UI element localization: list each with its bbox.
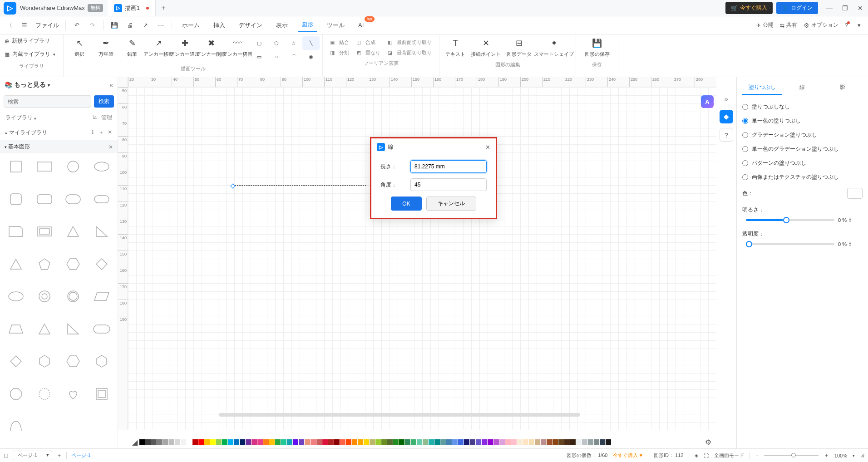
color-swatch[interactable] [558,439,564,445]
shape-hexagon[interactable] [60,255,87,274]
shape-bevel[interactable] [88,384,115,403]
color-swatch[interactable] [311,439,316,445]
fill-solid-gradient-radio[interactable]: 単一色のグラデーション塗りつぶし [742,142,863,156]
fill-image-radio[interactable]: 画像またはテクスチャの塗りつぶし [742,170,863,184]
color-swatch[interactable] [405,439,410,445]
color-swatch[interactable] [169,439,174,445]
color-swatch[interactable] [588,439,593,445]
fountain-pen-tool[interactable]: ✒万年筆 [93,36,119,64]
basic-shapes-header[interactable]: ▾ 基本図形 ✕ [0,140,118,153]
fill-gradient-radio[interactable]: グラデーション塗りつぶし [742,128,863,142]
shape-hex3[interactable] [60,352,87,371]
fill-picker-icon[interactable]: ◢ [131,438,139,446]
shape-roundsq[interactable] [3,190,30,209]
shape-hex2[interactable] [31,352,58,371]
anchor-switch-tool[interactable]: 〰アンカー切替 [224,36,251,64]
color-swatch[interactable] [275,439,281,445]
connect-point-tool[interactable]: ✕接続ポイント [469,36,503,59]
shape-arc2[interactable] [3,417,30,436]
color-swatch[interactable] [175,439,180,445]
chevron-down-icon[interactable]: ▾ [853,453,855,458]
color-swatch[interactable] [464,439,469,445]
color-swatch[interactable] [493,439,499,445]
my-library-item[interactable]: ▸ マイライブラリ ↧＋✕ [0,125,118,140]
shape-diamond2[interactable] [3,352,30,371]
color-swatch[interactable] [145,439,151,445]
chevron-down-icon[interactable]: ▾ [854,22,863,29]
color-swatch[interactable] [370,439,375,445]
close-icon[interactable]: ✕ [108,144,113,150]
shape-rect[interactable] [31,157,58,176]
color-swatch[interactable] [541,439,546,445]
horizontal-scrollbar[interactable] [219,413,580,417]
palette-settings-button[interactable]: ⚙ [703,438,714,447]
color-swatch[interactable] [252,439,257,445]
close-icon[interactable]: ✕ [108,129,112,137]
color-swatch[interactable] [234,439,239,445]
color-swatch[interactable] [411,439,416,445]
color-swatch[interactable] [257,439,263,445]
login-button[interactable]: 👤ログイン [776,2,818,14]
ok-button[interactable]: OK [391,197,421,211]
color-swatch[interactable] [452,439,458,445]
color-swatch[interactable] [446,439,452,445]
shape-triangle[interactable] [60,222,87,241]
color-swatch[interactable] [157,439,163,445]
shape-tri3[interactable] [31,319,58,339]
color-swatch[interactable] [364,439,369,445]
ai-assistant-badge[interactable]: A [701,95,714,108]
shape-data-tool[interactable]: ⊟図形データ [503,36,535,59]
color-swatch[interactable] [570,439,576,445]
undo-button[interactable]: ↶ [72,22,81,29]
help-tool-button[interactable]: ? [720,128,733,142]
shape-donut[interactable] [31,287,58,306]
zoom-in-button[interactable]: ＋ [824,452,829,459]
color-swatch[interactable] [216,439,222,445]
shape-line[interactable]: ╲ [302,36,320,50]
menu-ai[interactable]: AIhot [355,20,367,30]
print-button[interactable]: 🖨 [125,22,134,29]
menu-insert[interactable]: 挿入 [210,20,229,31]
window-close-button[interactable]: ✕ [853,5,868,12]
redo-button[interactable]: ↷ [88,22,97,29]
fill-none-radio[interactable]: 塗りつぶしなし [742,100,863,114]
color-swatch[interactable] [204,439,210,445]
front-cut-button[interactable]: ◧最前面切り取り [384,37,435,48]
color-swatch[interactable] [228,439,233,445]
window-maximize-button[interactable]: ❐ [837,5,853,12]
fit-page-button[interactable]: ⊡ [860,452,864,458]
color-swatch[interactable] [387,439,393,445]
combine-button[interactable]: ▣結合 [326,37,353,48]
anchor-delete-tool[interactable]: ✖アンカー削除 [198,36,224,64]
buy-link[interactable]: 今すぐ購入 ♥ [613,452,642,459]
tab-fill[interactable]: 塗りつぶし [742,81,782,95]
tab-shadow[interactable]: 影 [823,81,863,95]
shape-circle[interactable] [60,157,87,176]
color-swatch[interactable] [334,439,340,445]
color-swatch[interactable] [564,439,570,445]
color-swatch[interactable] [246,439,251,445]
dialog-close-button[interactable]: ✕ [485,144,490,151]
color-swatch[interactable] [470,439,475,445]
add-page-button[interactable]: ＋ [57,452,62,459]
color-swatch[interactable] [287,439,292,445]
publish-button[interactable]: ✈公開 [756,21,774,29]
document-tab[interactable]: ▷ 描画1 [108,0,156,16]
color-swatch[interactable] [582,439,587,445]
new-tab-button[interactable]: ＋ [156,0,171,16]
help-button[interactable]: ? [845,22,848,29]
shape-frame[interactable] [31,222,58,241]
color-swatch[interactable] [151,439,157,445]
color-swatch[interactable] [482,439,487,445]
expand-panel-button[interactable]: » [720,92,733,105]
buy-now-button[interactable]: 🛒今すぐ購入 [725,2,773,14]
color-swatch[interactable] [187,439,192,445]
color-swatch[interactable] [358,439,363,445]
opacity-stepper[interactable]: ▲▼ [848,241,852,247]
cancel-button[interactable]: キャンセル [426,197,476,211]
shape-star[interactable]: ☆ [285,36,302,50]
shape-roundrect[interactable] [31,190,58,209]
add-icon[interactable]: ＋ [99,129,104,137]
opacity-slider[interactable] [746,243,834,245]
color-swatch[interactable] [499,439,505,445]
